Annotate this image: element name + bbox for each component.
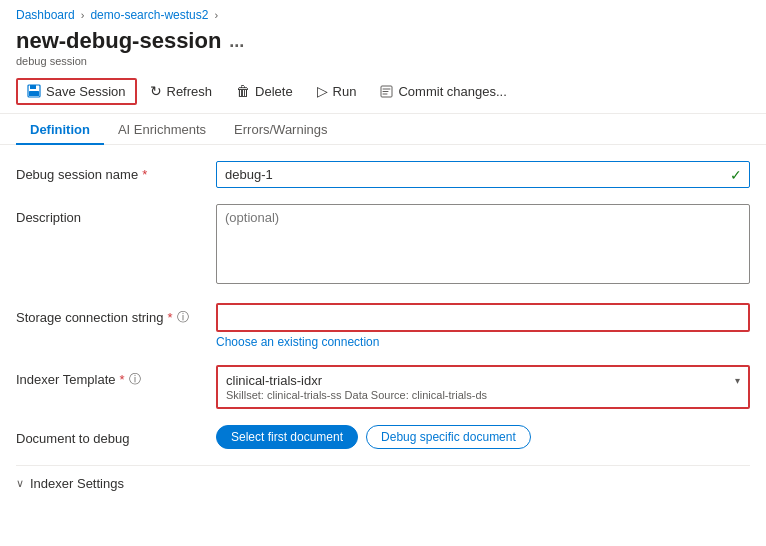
description-label: Description [16,204,216,225]
indexer-template-label: Indexer Template * ⓘ [16,365,216,388]
description-textarea[interactable] [216,204,750,284]
storage-connection-row: Storage connection string * ⓘ Choose an … [16,303,750,349]
indexer-template-main: clinical-trials-idxr ▾ [226,373,740,388]
indexer-template-value: clinical-trials-idxr [226,373,322,388]
breadcrumb-dashboard[interactable]: Dashboard [16,8,75,22]
indexer-info-icon[interactable]: ⓘ [129,371,141,388]
document-to-debug-label: Document to debug [16,425,216,446]
toolbar: Save Session ↻ Refresh 🗑 Delete ▷ Run Co… [0,73,766,114]
commit-icon [380,85,393,98]
svg-rect-2 [29,91,39,96]
commit-changes-button[interactable]: Commit changes... [369,78,517,105]
page-subtitle: debug session [16,55,750,67]
breadcrumb-sep-1: › [81,9,85,21]
delete-label: Delete [255,84,293,99]
breadcrumb-search[interactable]: demo-search-westus2 [90,8,208,22]
debug-specific-document-button[interactable]: Debug specific document [366,425,531,449]
refresh-icon: ↻ [150,83,162,99]
storage-connection-wrap: Choose an existing connection [216,303,750,349]
debug-session-name-row: Debug session name * ✓ [16,161,750,188]
tabs-bar: Definition AI Enrichments Errors/Warning… [0,114,766,145]
run-label: Run [333,84,357,99]
svg-rect-1 [30,85,36,89]
choose-connection-link[interactable]: Choose an existing connection [216,335,379,349]
indexer-required-star: * [120,372,125,387]
save-session-button[interactable]: Save Session [16,78,137,105]
run-button[interactable]: ▷ Run [306,77,368,105]
breadcrumb-sep-2: › [214,9,218,21]
select-first-document-button[interactable]: Select first document [216,425,358,449]
tab-errors-warnings[interactable]: Errors/Warnings [220,114,341,145]
debug-session-name-input[interactable] [216,161,750,188]
indexer-settings-expand-icon: ∨ [16,477,24,490]
page-title: new-debug-session [16,28,221,54]
indexer-template-dropdown[interactable]: clinical-trials-idxr ▾ Skillset: clinica… [216,365,750,409]
indexer-settings-section[interactable]: ∨ Indexer Settings [16,465,750,497]
form-area: Debug session name * ✓ Description Stora… [0,145,766,546]
storage-connection-input[interactable] [216,303,750,332]
delete-button[interactable]: 🗑 Delete [225,77,304,105]
description-row: Description [16,204,750,287]
breadcrumb: Dashboard › demo-search-westus2 › [0,0,766,26]
storage-required-star: * [167,310,172,325]
debug-session-name-label: Debug session name * [16,161,216,182]
commit-changes-label: Commit changes... [398,84,506,99]
document-to-debug-row: Document to debug Select first document … [16,425,750,449]
indexer-template-sub: Skillset: clinical-trials-ss Data Source… [226,389,740,401]
save-icon [27,84,41,98]
indexer-settings-label: Indexer Settings [30,476,124,491]
document-to-debug-wrap: Select first document Debug specific doc… [216,425,750,449]
debug-session-name-input-wrap: ✓ [216,161,750,188]
indexer-template-row: Indexer Template * ⓘ clinical-trials-idx… [16,365,750,409]
description-wrap [216,204,750,287]
refresh-label: Refresh [167,84,213,99]
storage-info-icon[interactable]: ⓘ [177,309,189,326]
document-radio-group: Select first document Debug specific doc… [216,425,750,449]
tab-definition[interactable]: Definition [16,114,104,145]
page-title-area: new-debug-session ... debug session [0,26,766,73]
valid-check-icon: ✓ [730,167,742,183]
indexer-template-caret-icon: ▾ [735,375,740,386]
page-options-icon[interactable]: ... [229,31,244,52]
delete-icon: 🗑 [236,83,250,99]
debug-session-name-wrap: ✓ [216,161,750,188]
refresh-button[interactable]: ↻ Refresh [139,77,224,105]
run-icon: ▷ [317,83,328,99]
save-session-label: Save Session [46,84,126,99]
storage-connection-label: Storage connection string * ⓘ [16,303,216,326]
tab-ai-enrichments[interactable]: AI Enrichments [104,114,220,145]
indexer-template-wrap: clinical-trials-idxr ▾ Skillset: clinica… [216,365,750,409]
required-star: * [142,167,147,182]
